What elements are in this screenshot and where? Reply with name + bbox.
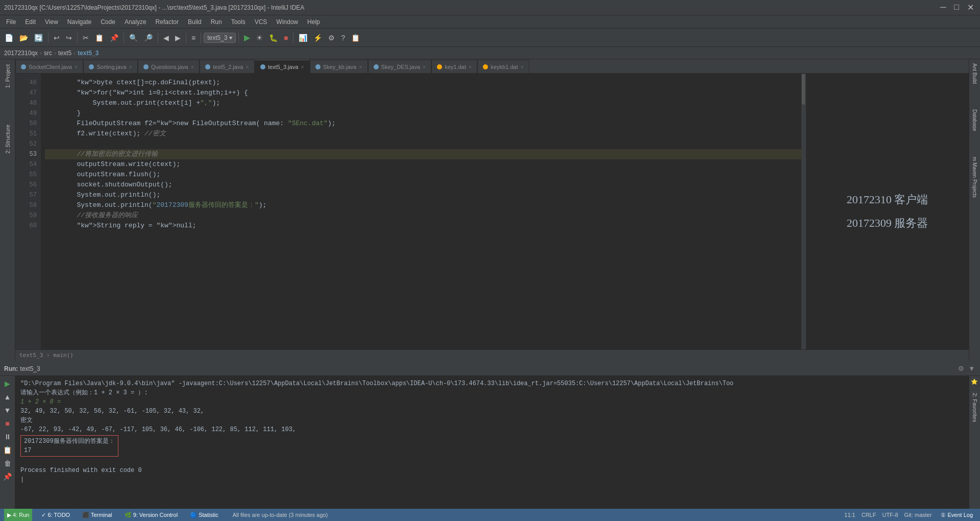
stop-button[interactable]: ■ bbox=[281, 32, 290, 43]
build-button[interactable]: ☀ bbox=[254, 32, 265, 43]
undo-button[interactable]: ↩ bbox=[51, 32, 62, 43]
redo-button[interactable]: ↪ bbox=[63, 32, 75, 43]
breadcrumb-bar: 20172310qx › src › text5 › text5_3 bbox=[0, 47, 980, 59]
tab-key1-dat[interactable]: key1.dat× bbox=[431, 60, 477, 73]
run-button[interactable]: ▶ bbox=[241, 31, 253, 44]
scroll-up-button[interactable]: ▲ bbox=[3, 391, 13, 402]
tab-Skey_kb-java[interactable]: Skey_kb.java× bbox=[310, 60, 368, 73]
stop-run-button[interactable]: ■ bbox=[4, 418, 11, 429]
settings-button[interactable]: ⚙ bbox=[326, 32, 337, 43]
todo-status-tab[interactable]: ✓ 6: TODO bbox=[38, 509, 73, 521]
replace-button[interactable]: 🔎 bbox=[141, 32, 155, 43]
ant-build-icon[interactable]: Ant Build bbox=[971, 61, 978, 86]
tab-close-button[interactable]: × bbox=[246, 64, 249, 70]
line-number: 46 bbox=[15, 78, 41, 88]
tab-SocketClient-java[interactable]: SocketClient.java× bbox=[15, 60, 83, 73]
dump-threads-button[interactable]: 📋 bbox=[2, 444, 13, 456]
copy-button[interactable]: 📋 bbox=[92, 32, 106, 43]
code-line: //将加密后的密文进行传输 bbox=[45, 149, 801, 159]
tab-close-button[interactable]: × bbox=[423, 64, 426, 70]
favorites-label[interactable]: 2: Favorites bbox=[972, 393, 978, 422]
scroll-down-button[interactable]: ▼ bbox=[3, 405, 13, 416]
structure-button[interactable]: ≡ bbox=[189, 32, 198, 43]
new-file-button[interactable]: 📄 bbox=[2, 32, 16, 43]
cut-button[interactable]: ✂ bbox=[80, 32, 91, 43]
position-status[interactable]: 11:1 bbox=[844, 512, 855, 518]
vcs-status-tab[interactable]: 🌿 9: Version Control bbox=[121, 509, 181, 521]
tab-Questions-java[interactable]: Questions.java× bbox=[138, 60, 200, 73]
minimize-button[interactable]: ─ bbox=[938, 3, 948, 12]
profile-button[interactable]: ⚡ bbox=[311, 32, 325, 43]
favorites-icon[interactable]: ⭐ bbox=[971, 378, 978, 385]
tab-close-button[interactable]: × bbox=[129, 64, 132, 70]
database-icon[interactable]: Database bbox=[971, 107, 978, 133]
event-log-tab[interactable]: ① Event Log bbox=[938, 509, 976, 521]
paste-button[interactable]: 📌 bbox=[107, 32, 121, 43]
tab-close-button[interactable]: × bbox=[469, 64, 472, 70]
coverage-button[interactable]: 📊 bbox=[296, 32, 310, 43]
maven-icon[interactable]: m Maven Projects bbox=[971, 155, 978, 200]
pause-button[interactable]: ⏸ bbox=[3, 431, 13, 442]
open-button[interactable]: 📂 bbox=[17, 32, 31, 43]
console-output[interactable]: "D:\Program Files\Java\jdk-9.0.4\bin\jav… bbox=[15, 376, 969, 509]
rerun-button[interactable]: ▶ bbox=[3, 378, 12, 389]
tab-keykb1-dat[interactable]: keykb1.dat× bbox=[477, 60, 529, 73]
tab-close-button[interactable]: × bbox=[301, 64, 304, 70]
code-line: System.out.println("20172309服务器传回的答案是：")… bbox=[45, 200, 801, 210]
tab-test5_2-java[interactable]: test5_2.java× bbox=[200, 60, 255, 73]
settings-panel-button[interactable]: ⚙ bbox=[957, 364, 965, 373]
sidebar-project[interactable]: 1: Project bbox=[3, 61, 13, 91]
tasks-button[interactable]: 📋 bbox=[349, 32, 362, 43]
tab-close-button[interactable]: × bbox=[191, 64, 194, 70]
terminal-status-tab[interactable]: ⬛ Terminal bbox=[79, 509, 115, 521]
menu-item-analyze[interactable]: Analyze bbox=[120, 17, 151, 27]
menu-item-run[interactable]: Run bbox=[207, 17, 226, 27]
sidebar-structure[interactable]: 2: Structure bbox=[3, 122, 13, 157]
tab-icon bbox=[483, 64, 488, 69]
pin-tab-button[interactable]: 📌 bbox=[2, 471, 13, 482]
charset-status[interactable]: UTF-8 bbox=[882, 512, 898, 518]
menu-item-vcs[interactable]: VCS bbox=[251, 17, 272, 27]
menu-item-refactor[interactable]: Refactor bbox=[152, 17, 183, 27]
breadcrumb-project[interactable]: 20172310qx bbox=[4, 50, 38, 57]
tab-close-button[interactable]: × bbox=[521, 64, 524, 70]
breadcrumb-file[interactable]: text5_3 bbox=[78, 50, 99, 57]
breadcrumb-src[interactable]: src bbox=[44, 50, 52, 57]
tab-Skey_DES-java[interactable]: Skey_DES.java× bbox=[368, 60, 432, 73]
line-number: 57 bbox=[15, 190, 41, 200]
tab-close-button[interactable]: × bbox=[75, 64, 78, 70]
menu-item-file[interactable]: File bbox=[2, 17, 20, 27]
close-run-button[interactable]: 🗑 bbox=[3, 458, 13, 469]
menu-item-build[interactable]: Build bbox=[184, 17, 206, 27]
code-editor[interactable]: 464748495051525354555657585960 "kw">byte… bbox=[15, 74, 805, 349]
scrollbar[interactable] bbox=[801, 74, 805, 349]
menu-item-view[interactable]: View bbox=[41, 17, 62, 27]
sync-button[interactable]: 🔄 bbox=[32, 32, 45, 43]
line-number: 60 bbox=[15, 221, 41, 231]
git-status[interactable]: Git: master bbox=[904, 512, 932, 518]
hide-panel-button[interactable]: ▼ bbox=[967, 364, 976, 373]
encoding-status[interactable]: CRLF bbox=[862, 512, 876, 518]
run-config-dropdown[interactable]: text5_3 ▾ bbox=[204, 33, 236, 43]
menu-item-help[interactable]: Help bbox=[303, 17, 324, 27]
tab-Sorting-java[interactable]: Sorting.java× bbox=[83, 60, 138, 73]
back-button[interactable]: ◀ bbox=[161, 32, 172, 43]
run-status-tab[interactable]: ▶ 4: Run bbox=[4, 509, 32, 521]
code-content[interactable]: "kw">byte ctext[]=cp.doFinal(ptext); "kw… bbox=[41, 74, 801, 349]
menu-item-navigate[interactable]: Navigate bbox=[63, 17, 95, 27]
tab-close-button[interactable]: × bbox=[359, 64, 362, 70]
help-button[interactable]: ? bbox=[338, 32, 348, 43]
tab-text5_3-java[interactable]: text5_3.java× bbox=[255, 60, 310, 73]
maximize-button[interactable]: □ bbox=[952, 3, 961, 12]
menu-item-tools[interactable]: Tools bbox=[227, 17, 250, 27]
run-panel-tab[interactable]: Run: text5_3 bbox=[4, 365, 40, 372]
close-button[interactable]: ✕ bbox=[965, 3, 976, 12]
menu-item-edit[interactable]: Edit bbox=[21, 17, 40, 27]
menu-item-window[interactable]: Window bbox=[272, 17, 302, 27]
menu-item-code[interactable]: Code bbox=[96, 17, 119, 27]
find-button[interactable]: 🔍 bbox=[127, 32, 140, 43]
forward-button[interactable]: ▶ bbox=[173, 32, 183, 43]
breadcrumb-package[interactable]: text5 bbox=[58, 50, 71, 57]
statistic-status-tab[interactable]: 🔵 Statistic bbox=[187, 509, 222, 521]
debug-button[interactable]: 🐛 bbox=[266, 32, 280, 43]
